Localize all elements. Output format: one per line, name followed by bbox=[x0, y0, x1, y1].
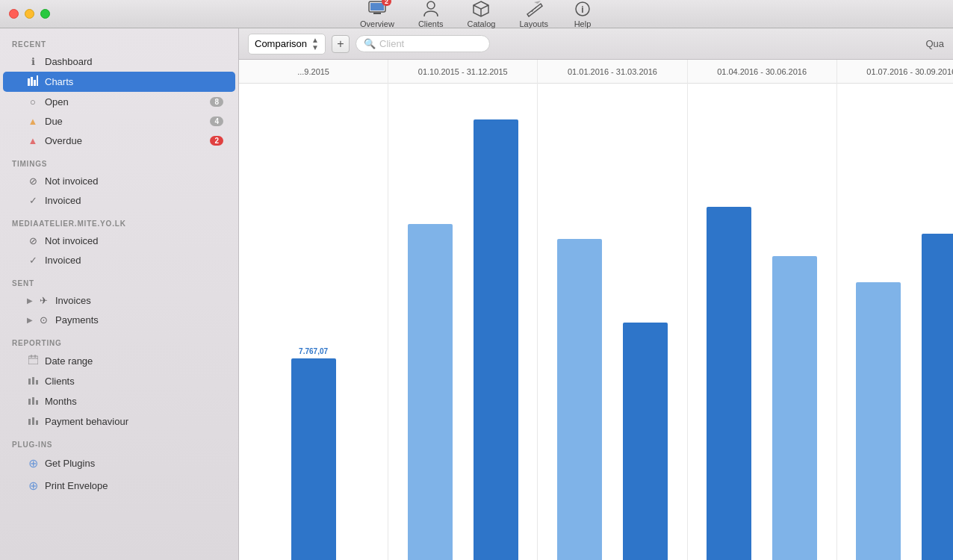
dashboard-icon: ℹ bbox=[27, 56, 39, 67]
main-layout: RECENT ℹ Dashboard Charts ○ Open 8 ▲ Due… bbox=[0, 28, 953, 560]
bar-wrapper-2-0: 12.327,86 bbox=[550, 228, 609, 560]
sidebar-item-charts-label: Charts bbox=[45, 76, 73, 87]
sidebar-item-charts[interactable]: Charts bbox=[3, 72, 235, 92]
sidebar-item-not-invoiced-2-label: Not invoiced bbox=[45, 235, 99, 246]
overdue-badge: 2 bbox=[210, 136, 223, 146]
bar-2-1 bbox=[623, 323, 668, 560]
bar-label-4-1: 12.737,85 bbox=[928, 223, 953, 231]
section-header-plugins: PLUG-INS bbox=[0, 432, 238, 452]
info-icon: i bbox=[572, 0, 593, 18]
charts-icon bbox=[27, 75, 39, 88]
titlebar: 2 Overview Clients bbox=[0, 0, 953, 28]
bar-wrapper-3-0: 13.897,96 bbox=[700, 196, 760, 560]
close-button[interactable] bbox=[9, 9, 19, 19]
get-plugins-icon: ⊕ bbox=[27, 456, 39, 470]
sidebar-item-invoices[interactable]: ▶ ✈ Invoices bbox=[3, 291, 235, 310]
chart-header-3: 01.04.2016 - 30.06.2016 bbox=[688, 60, 836, 84]
bar-label-3-0: 13.897,96 bbox=[713, 196, 746, 204]
toolbar-clients[interactable]: Clients bbox=[418, 0, 444, 28]
svg-rect-1 bbox=[373, 13, 381, 14]
open-icon: ○ bbox=[27, 96, 39, 108]
section-header-sent: SENT bbox=[0, 270, 238, 290]
svg-marker-8 bbox=[534, 1, 541, 4]
chart-column-0: ...9.2015 7.767,07 bbox=[239, 60, 388, 560]
sidebar-item-get-plugins-label: Get Plugins bbox=[45, 458, 95, 469]
sidebar-item-due[interactable]: ▲ Due 4 bbox=[3, 112, 235, 131]
maximize-button[interactable] bbox=[40, 9, 50, 19]
sidebar-item-overdue[interactable]: ▲ Overdue 2 bbox=[3, 131, 235, 150]
invoices-expand-icon: ▶ bbox=[27, 296, 33, 305]
sidebar-item-months-label: Months bbox=[45, 396, 77, 407]
sidebar-item-invoiced-1-label: Invoiced bbox=[45, 195, 81, 206]
sidebar-item-months[interactable]: Months bbox=[3, 391, 235, 411]
minimize-button[interactable] bbox=[25, 9, 34, 19]
payment-behaviour-icon bbox=[27, 415, 39, 427]
sidebar-item-invoiced-2-label: Invoiced bbox=[45, 255, 81, 266]
chart-bars-0: 7.767,07 bbox=[239, 84, 388, 560]
bar-label-1-1: 17.587,92 bbox=[479, 108, 512, 116]
sidebar-item-invoiced-2[interactable]: ✓ Invoiced bbox=[3, 251, 235, 270]
toolbar-overview[interactable]: 2 Overview bbox=[360, 0, 394, 28]
sidebar-item-open[interactable]: ○ Open 8 bbox=[3, 93, 235, 111]
toolbar-overview-label: Overview bbox=[360, 19, 394, 28]
sidebar-item-invoices-label: Invoices bbox=[55, 295, 91, 306]
sidebar: RECENT ℹ Dashboard Charts ○ Open 8 ▲ Due… bbox=[0, 28, 239, 560]
bar-label-1-0: 12.970,61 bbox=[414, 213, 447, 221]
payments-expand-icon: ▶ bbox=[27, 316, 33, 324]
svg-rect-13 bbox=[34, 80, 36, 86]
search-box[interactable]: 🔍 Client bbox=[356, 35, 490, 52]
chart-container[interactable]: ...9.2015 7.767,07 01.10.2015 - 31.12.20… bbox=[239, 60, 953, 560]
sidebar-item-not-invoiced-1[interactable]: ⊘ Not invoiced bbox=[3, 172, 235, 190]
box-icon bbox=[471, 0, 491, 18]
comparison-label: Comparison bbox=[255, 38, 307, 49]
toolbar-catalog[interactable]: Catalog bbox=[468, 0, 496, 28]
sidebar-item-date-range-label: Date range bbox=[45, 355, 93, 367]
sidebar-item-print-envelope-label: Print Envelope bbox=[45, 480, 108, 491]
sidebar-item-payments[interactable]: ▶ ⊙ Payments bbox=[3, 311, 235, 329]
bar-wrapper-1-1: 17.587,92 bbox=[466, 108, 526, 560]
sidebar-item-payments-label: Payments bbox=[55, 314, 99, 326]
bar-wrapper-4-0: 10.767,07 bbox=[849, 271, 909, 560]
chart-inner: ...9.2015 7.767,07 01.10.2015 - 31.12.20… bbox=[239, 60, 953, 560]
chart-bars-1: 12.970,61 17.587,92 bbox=[388, 84, 537, 560]
sidebar-item-get-plugins[interactable]: ⊕ Get Plugins bbox=[3, 452, 235, 474]
svg-rect-20 bbox=[32, 377, 34, 385]
toolbar-layouts[interactable]: Layouts bbox=[519, 0, 548, 28]
sidebar-item-payment-behaviour[interactable]: Payment behaviour bbox=[3, 411, 235, 431]
sidebar-item-clients-reporting[interactable]: Clients bbox=[3, 371, 235, 391]
chart-column-2: 01.01.2016 - 31.03.2016 12.327,86 9.099,… bbox=[538, 60, 687, 560]
chart-column-4: 01.07.2016 - 30.09.2016 10.767,07 12.737… bbox=[837, 60, 953, 560]
toolbar-help[interactable]: i Help bbox=[572, 0, 593, 28]
comparison-select[interactable]: Comparison ▲ ▼ bbox=[248, 34, 326, 55]
print-envelope-icon: ⊕ bbox=[27, 479, 39, 493]
traffic-lights bbox=[9, 9, 50, 19]
svg-rect-23 bbox=[32, 397, 34, 405]
svg-rect-25 bbox=[28, 419, 31, 425]
search-icon: 🔍 bbox=[364, 38, 376, 49]
content-area: Comparison ▲ ▼ + 🔍 Client Qua ...9.2015 bbox=[239, 28, 953, 560]
svg-rect-21 bbox=[36, 380, 38, 385]
sidebar-item-dashboard[interactable]: ℹ Dashboard bbox=[3, 52, 235, 71]
add-button[interactable]: + bbox=[332, 35, 350, 53]
svg-rect-19 bbox=[28, 379, 31, 385]
sidebar-item-dashboard-label: Dashboard bbox=[45, 56, 93, 67]
sidebar-item-print-envelope[interactable]: ⊕ Print Envelope bbox=[3, 475, 235, 497]
bar-wrapper-2-1: 9.099,13 bbox=[615, 311, 675, 560]
chart-bars-2: 12.327,86 9.099,13 bbox=[538, 84, 686, 560]
svg-rect-12 bbox=[31, 77, 33, 86]
bar-1-1 bbox=[474, 119, 518, 560]
date-range-icon bbox=[27, 355, 39, 367]
svg-marker-5 bbox=[527, 4, 542, 16]
clients-reporting-icon bbox=[27, 375, 39, 387]
toolbar-catalog-label: Catalog bbox=[468, 19, 496, 28]
sidebar-item-not-invoiced-2[interactable]: ⊘ Not invoiced bbox=[3, 231, 235, 250]
section-header-mediaatelier: MEDIAATELIER.MITE.YO.LK bbox=[0, 211, 238, 231]
svg-rect-24 bbox=[36, 400, 38, 405]
due-icon: ▲ bbox=[27, 116, 39, 127]
svg-text:i: i bbox=[581, 4, 583, 15]
bar-label-3-1: 11.931,86 bbox=[778, 245, 812, 253]
invoices-icon: ✈ bbox=[37, 295, 49, 306]
sidebar-item-date-range[interactable]: Date range bbox=[3, 351, 235, 370]
payments-icon: ⊙ bbox=[37, 314, 49, 326]
sidebar-item-invoiced-1[interactable]: ✓ Invoiced bbox=[3, 191, 235, 210]
